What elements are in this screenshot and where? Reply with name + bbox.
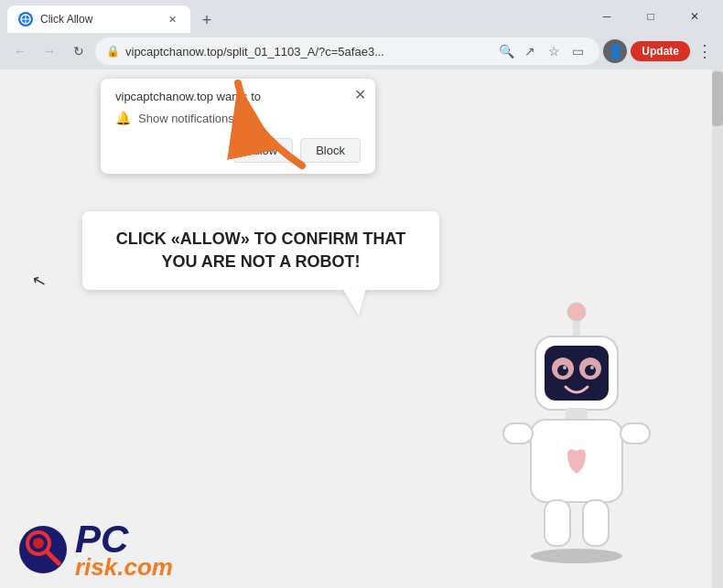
svg-rect-14 bbox=[566, 408, 588, 421]
back-button[interactable]: ← bbox=[7, 38, 33, 64]
tab-title: Click Allow bbox=[40, 13, 157, 26]
svg-rect-18 bbox=[545, 500, 570, 546]
pcrisk-risk: risk bbox=[75, 553, 117, 581]
svg-point-13 bbox=[590, 366, 594, 369]
active-tab[interactable]: Click Allow ✕ bbox=[7, 5, 190, 33]
url-text: vipcaptchanow.top/split_01_1103_A/?c=5af… bbox=[125, 45, 490, 59]
pcrisk-logo: PC risk.com bbox=[18, 520, 173, 579]
address-action-icons: 🔍 ↗ ☆ ▭ bbox=[495, 40, 588, 62]
forward-button[interactable]: → bbox=[37, 38, 62, 64]
bell-icon: 🔔 bbox=[115, 111, 131, 125]
bookmark-icon[interactable]: ☆ bbox=[543, 40, 565, 62]
minimize-button[interactable]: ─ bbox=[586, 2, 628, 31]
share-icon[interactable]: ↗ bbox=[519, 40, 541, 62]
speech-bubble: CLICK «ALLOW» TO CONFIRM THAT YOU ARE NO… bbox=[82, 211, 439, 290]
bubble-tail bbox=[342, 288, 366, 315]
update-button[interactable]: Update bbox=[631, 41, 690, 61]
tab-close-button[interactable]: ✕ bbox=[165, 12, 179, 27]
svg-point-10 bbox=[557, 365, 568, 376]
window-controls: ─ □ ✕ bbox=[586, 2, 716, 31]
speech-bubble-text: CLICK «ALLOW» TO CONFIRM THAT YOU ARE NO… bbox=[103, 228, 419, 273]
svg-rect-17 bbox=[620, 423, 650, 444]
profile-icon[interactable]: 👤 bbox=[603, 39, 627, 63]
browser-window: Click Allow ✕ + ─ □ ✕ ← → ↻ 🔒 vipcaptcha… bbox=[0, 0, 723, 588]
address-bar: ← → ↻ 🔒 vipcaptchanow.top/split_01_1103_… bbox=[0, 33, 723, 69]
menu-button[interactable]: ⋮ bbox=[694, 40, 716, 62]
svg-point-12 bbox=[563, 366, 567, 369]
tab-area: Click Allow ✕ + bbox=[7, 0, 582, 33]
title-bar: Click Allow ✕ + ─ □ ✕ bbox=[0, 0, 723, 33]
robot-character bbox=[485, 295, 668, 570]
reload-button[interactable]: ↻ bbox=[66, 38, 92, 64]
svg-point-20 bbox=[531, 549, 622, 563]
search-icon[interactable]: 🔍 bbox=[495, 40, 517, 62]
svg-point-4 bbox=[567, 303, 586, 321]
svg-rect-19 bbox=[583, 500, 609, 546]
close-button[interactable]: ✕ bbox=[674, 2, 716, 31]
page-content: ✕ vipcaptchanow.top wants to 🔔 Show noti… bbox=[0, 69, 723, 588]
pcrisk-icon bbox=[18, 525, 68, 574]
svg-point-11 bbox=[585, 365, 596, 376]
address-input-box[interactable]: 🔒 vipcaptchanow.top/split_01_1103_A/?c=5… bbox=[95, 37, 599, 65]
lock-icon: 🔒 bbox=[106, 45, 120, 58]
mouse-cursor: ↖ bbox=[29, 269, 48, 292]
tab-favicon bbox=[18, 12, 33, 27]
orange-arrow bbox=[220, 74, 329, 187]
svg-rect-16 bbox=[503, 423, 533, 444]
new-tab-button[interactable]: + bbox=[194, 7, 220, 33]
popup-close-button[interactable]: ✕ bbox=[354, 86, 366, 103]
maximize-button[interactable]: □ bbox=[630, 2, 672, 31]
pcrisk-text: PC risk.com bbox=[75, 520, 173, 579]
pcrisk-dotcom: .com bbox=[117, 553, 173, 581]
reading-mode-icon[interactable]: ▭ bbox=[567, 40, 588, 62]
scrollbar-thumb[interactable] bbox=[712, 71, 723, 126]
scrollbar[interactable] bbox=[712, 69, 723, 588]
svg-point-23 bbox=[33, 538, 44, 549]
